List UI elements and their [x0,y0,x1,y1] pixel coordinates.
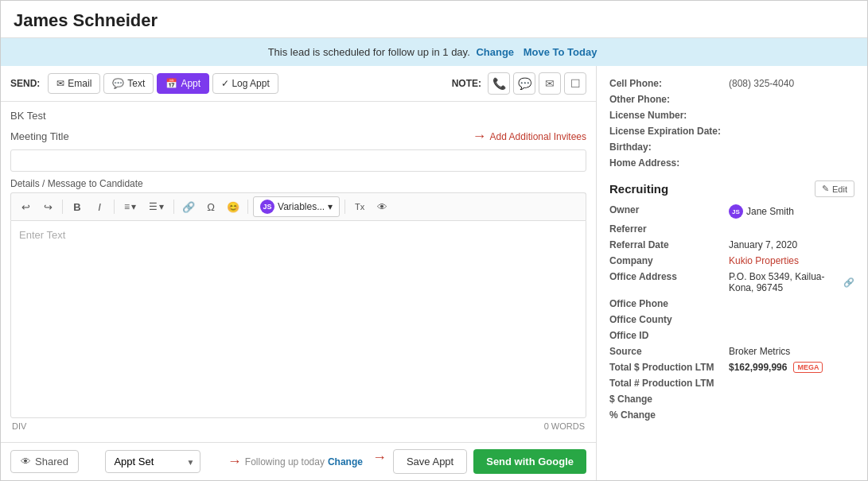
license-expiration-row: License Expiration Date: [609,123,854,139]
license-number-row: License Number: [609,107,854,123]
note-section: NOTE: 📞 💬 ✉ ☐ [452,72,586,95]
italic-button[interactable]: I [90,197,109,216]
following-up-text: → Following up today Change [228,453,363,470]
total-production-row: Total $ Production LTM $162,999,996 MEGA [609,359,854,375]
bk-test-label: BK Test [10,110,586,122]
banner-move-link[interactable]: Move To Today [524,46,597,58]
toolbar-separator-2 [114,200,115,214]
source-row: Source Broker Metrics [609,343,854,359]
edit-icon: ✎ [822,184,829,194]
preview-button[interactable]: 👁 [372,197,391,216]
square-note-icon[interactable]: ☐ [564,72,586,95]
company-row: Company Kukio Properties [609,253,854,269]
toolbar-separator-3 [173,200,174,214]
app-container: James Schneider This lead is scheduled f… [0,0,868,481]
log-appt-label: ✓ Log Appt [221,78,270,89]
company-label: Company [609,255,729,266]
license-expiration-label: License Expiration Date: [609,126,729,137]
license-number-label: License Number: [609,110,729,121]
omega-button[interactable]: Ω [201,197,220,216]
email-note-icon[interactable]: ✉ [539,72,561,95]
clear-format-button[interactable]: Tx [350,197,369,216]
company-value[interactable]: Kukio Properties [729,255,799,266]
emoji-button[interactable]: 😊 [224,197,243,216]
email-button[interactable]: ✉ Email [48,73,100,94]
appt-button[interactable]: 📅 Appt [157,73,209,94]
send-google-button[interactable]: Send with Google [473,449,586,474]
total-production-value: $162,999,996 MEGA [729,362,823,373]
cell-phone-row: Cell Phone: (808) 325-4040 [609,76,854,91]
redo-button[interactable]: ↪ [38,197,57,216]
birthday-row: Birthday: [609,139,854,155]
recruiting-section-header: Recruiting ✎ Edit [609,180,854,197]
source-value: Broker Metrics [729,346,790,357]
eye-icon: 👁 [21,456,31,467]
chat-note-icon[interactable]: 💬 [513,72,535,95]
referrer-row: Referrer [609,221,854,237]
email-icon: ✉ [56,78,64,89]
add-invitees-link[interactable]: → Add Additional Invitees [473,128,586,145]
toolbar-separator-1 [62,200,63,214]
link-button[interactable]: 🔗 [179,197,198,216]
following-arrow-icon: → [228,453,242,470]
other-phone-row: Other Phone: [609,91,854,107]
referral-date-label: Referral Date [609,239,729,250]
source-label: Source [609,346,729,357]
owner-label: Owner [609,204,729,219]
page-title: James Schneider [14,10,854,31]
following-change-link[interactable]: Change [328,456,363,467]
office-county-row: Office County [609,312,854,328]
cell-phone-label: Cell Phone: [609,78,729,89]
follow-up-banner: This lead is scheduled for follow up in … [1,38,867,66]
edit-recruiting-button[interactable]: ✎ Edit [815,180,854,197]
editor-footer: DIV 0 WORDS [10,418,586,434]
undo-button[interactable]: ↩ [16,197,35,216]
note-label: NOTE: [452,78,481,89]
page-header: James Schneider [1,1,867,38]
save-appt-button[interactable]: Save Appt [393,449,467,474]
message-editor[interactable]: Enter Text [10,220,586,418]
details-label: Details / Message to Candidate [10,178,586,189]
birthday-label: Birthday: [609,142,729,153]
log-appt-button[interactable]: ✓ Log Appt [212,73,278,94]
variables-label: Variables... [278,201,325,212]
meeting-title-input[interactable] [10,149,586,172]
dropdown-arrow-2: ▾ [159,201,164,212]
owner-row: Owner JS Jane Smith [609,202,854,221]
dollar-change-row: $ Change [609,391,854,407]
office-id-row: Office ID [609,328,854,343]
bottom-bar: 👁 Shared Appt Set ▼ → Following up today… [1,442,596,480]
mega-badge: MEGA [793,362,823,373]
ordered-list-icon: ≡ [124,201,130,212]
other-phone-label: Other Phone: [609,94,729,105]
appt-type-select[interactable]: Appt Set [105,450,200,473]
right-panel: Cell Phone: (808) 325-4040 Other Phone: … [597,66,867,480]
chat-icon: 💬 [112,78,124,89]
arrow-right-icon: → [473,128,487,145]
banner-change-link[interactable]: Change [476,46,514,58]
pct-change-row: % Change [609,407,854,423]
send-label: SEND: [10,78,40,89]
shared-button[interactable]: 👁 Shared [10,450,79,473]
referrer-label: Referrer [609,223,729,235]
pct-change-label: % Change [609,409,729,421]
form-area: BK Test Meeting Title → Add Additional I… [1,102,596,442]
email-label: Email [68,78,91,89]
editor-tag: DIV [12,421,26,431]
unordered-list-dropdown[interactable]: ☰ ▾ [144,200,169,214]
total-num-production-row: Total # Production LTM [609,375,854,391]
variables-dropdown[interactable]: JS Variables... ▾ [253,196,340,217]
action-toolbar: SEND: ✉ Email 💬 Text 📅 Appt ✓ Log Appt [1,66,596,102]
external-link-icon[interactable]: 🔗 [843,277,854,288]
total-production-label: Total $ Production LTM [609,362,729,373]
save-arrow-icon: → [372,449,387,474]
text-label: Text [127,78,145,89]
meeting-title-row: Meeting Title → Add Additional Invitees [10,128,586,145]
unordered-list-icon: ☰ [149,201,158,212]
bold-button[interactable]: B [68,197,87,216]
following-label: Following up today [245,456,325,467]
phone-note-icon[interactable]: 📞 [488,72,510,95]
text-button[interactable]: 💬 Text [103,73,154,94]
ordered-list-dropdown[interactable]: ≡ ▾ [119,200,141,214]
dropdown-arrow-1: ▾ [131,201,136,212]
